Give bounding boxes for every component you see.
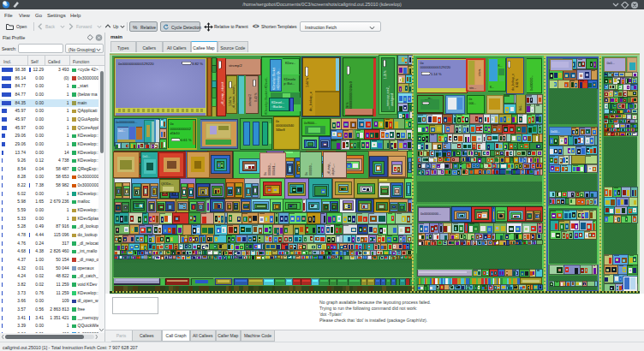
svg-text:K...: K...	[498, 64, 503, 68]
svg-text:QIODe...: QIODe...	[161, 182, 173, 186]
svg-text:__memcpy_sse2_: __memcpy_sse2_	[386, 86, 390, 110]
svg-text:1.44 %: 1.44 %	[306, 77, 309, 87]
svg-text:000...: 000...	[469, 102, 477, 105]
svg-text:_dl_map_object: _dl_map_object	[220, 81, 224, 107]
svg-text:0x: 0x	[264, 172, 267, 176]
svg-text:::Bucke...: ::Bucke...	[271, 105, 284, 109]
svg-text:0000000340: 0000000340	[276, 124, 294, 128]
svg-text:KDev...: KDev...	[285, 62, 295, 65]
svg-text:0x0...: 0x0...	[118, 129, 125, 133]
svg-text:KDevelop::Bucket<KDevel..: KDevelop::Bucket<KDevel..	[265, 77, 268, 115]
svg-text:object_...: object_...	[331, 164, 335, 176]
svg-text:KDevel...: KDevel...	[271, 101, 284, 104]
svg-text:0.61 %: 0.61 %	[181, 138, 192, 142]
svg-text:1.04 %: 1.04 %	[229, 96, 232, 106]
svg-text:34be8: 34be8	[276, 128, 285, 132]
svg-text:do_lookup_x: do_lookup_x	[511, 74, 515, 91]
svg-text:_dl_name_match_: _dl_name_match_	[232, 83, 236, 110]
svg-text:0x0...: 0x0...	[143, 155, 151, 158]
svg-text:3.82 %: 3.82 %	[192, 62, 203, 66]
svg-text:0x00000000003164e0: 0x00000000003164e0	[349, 81, 353, 113]
svg-text:0x: 0x	[276, 120, 279, 123]
svg-text:0x000000000...: 0x000000000...	[116, 121, 137, 124]
svg-text:0x: 0x	[305, 172, 308, 176]
svg-text:unaligned: unaligned	[391, 93, 394, 106]
svg-text:p::But...: p::But...	[284, 82, 295, 86]
svg-text:K...: K...	[490, 86, 494, 89]
svg-text:0x: 0x	[469, 98, 473, 101]
svg-text:0000000000129220: 0000000000129220	[420, 65, 451, 69]
svg-text:strcmp'2: strcmp'2	[248, 94, 252, 106]
svg-text:0x0000000000129220: 0x0000000000129220	[118, 62, 154, 66]
svg-text:0.43 %: 0.43 %	[254, 92, 258, 102]
svg-text:0x: 0x	[170, 122, 174, 126]
svg-text:000060...: 000060...	[268, 163, 271, 176]
svg-text:0x00000000...: 0x00000000...	[420, 212, 441, 216]
svg-text:000000...: 000000...	[309, 163, 313, 176]
svg-text:1.39 %: 1.39 %	[384, 70, 387, 79]
svg-text:do_lookup_x: do_lookup_x	[308, 92, 313, 111]
svg-text:KDevelo: KDevelo	[284, 78, 296, 81]
svg-text:0x9000...: 0x9000...	[304, 122, 317, 125]
svg-text:1.14 %: 1.14 %	[431, 72, 442, 76]
svg-text:0x00...: 0x00...	[551, 130, 560, 134]
svg-text:d1b10: d1b10	[170, 131, 181, 135]
svg-text:stron...: stron...	[478, 68, 481, 76]
svg-text:__m...: __m...	[424, 97, 432, 100]
svg-text:00000000002: 00000000002	[170, 127, 192, 131]
svg-text:0x5...: 0x5...	[519, 104, 522, 110]
svg-text:0.43 %: 0.43 %	[516, 79, 519, 87]
svg-text:strcmp'2: strcmp'2	[229, 63, 242, 68]
svg-text:0x000000...: 0x000000...	[530, 75, 534, 91]
svg-text:0x0...: 0x0...	[607, 62, 615, 65]
svg-text:KDevelop::Bucket: KDevelop::Bucket	[272, 68, 276, 90]
svg-text:_dl_map_: _dl_map_	[327, 163, 331, 176]
svg-text:000461...: 000461...	[272, 163, 276, 176]
svg-text:strc...: strc...	[469, 86, 476, 90]
svg-text:<KDevelop::Qu...: <KDevelop::Qu...	[277, 68, 280, 90]
